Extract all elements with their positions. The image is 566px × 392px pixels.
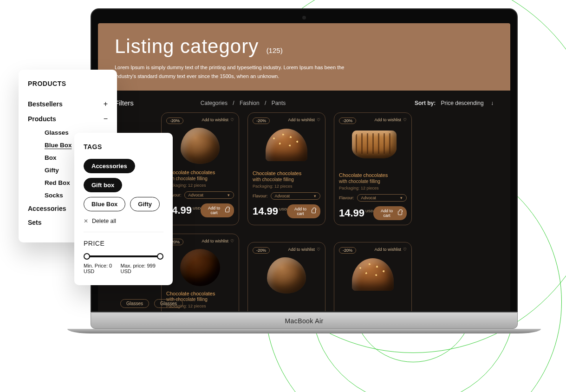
sort-arrow-icon: ↓ bbox=[491, 100, 494, 106]
cart-icon bbox=[225, 209, 229, 212]
add-to-wishlist[interactable]: Add to wishlist♡ bbox=[288, 247, 320, 252]
price-max-label: Max. price: 999 USD bbox=[121, 263, 163, 274]
product-price: 14.99USD bbox=[253, 205, 287, 217]
product-price: 14.99USD bbox=[339, 207, 373, 219]
delete-all-filters[interactable]: ✕Delete all bbox=[120, 311, 146, 311]
price-min-label: Min. Price: 0 USD bbox=[84, 263, 121, 274]
product-image bbox=[267, 257, 306, 294]
category-products[interactable]: Products − bbox=[28, 111, 108, 126]
product-subtitle: with chocolate filling bbox=[253, 177, 320, 182]
plus-icon[interactable]: + bbox=[104, 100, 108, 108]
product-card[interactable]: -20% Add to wishlist♡ bbox=[334, 242, 412, 311]
product-title: Chocolate chocolates bbox=[166, 170, 234, 176]
panel-heading: PRODUCTS bbox=[28, 80, 108, 87]
minus-icon[interactable]: − bbox=[104, 115, 108, 123]
price-heading: PRICE bbox=[84, 240, 163, 247]
product-packaging: Packaging: 12 pieces bbox=[253, 184, 320, 189]
product-image bbox=[181, 128, 220, 164]
flavour-select[interactable]: Advocat▾ bbox=[184, 191, 234, 199]
filters-button[interactable]: Filters bbox=[115, 99, 134, 107]
add-to-wishlist[interactable]: Add to wishlist♡ bbox=[202, 239, 234, 243]
tag-gift-box[interactable]: Gift box bbox=[84, 178, 122, 192]
add-to-cart-button[interactable]: Add to cart bbox=[287, 204, 320, 218]
tag-blue-box[interactable]: Blue Box bbox=[84, 197, 125, 211]
cart-icon bbox=[398, 211, 402, 215]
filter-chip[interactable]: Glasses bbox=[120, 299, 149, 308]
heart-icon: ♡ bbox=[403, 247, 407, 252]
add-to-wishlist[interactable]: Add to wishlist♡ bbox=[374, 247, 407, 252]
heart-icon: ♡ bbox=[403, 118, 407, 122]
add-to-wishlist[interactable]: Add to wishlist♡ bbox=[374, 118, 407, 122]
product-packaging: Packaging: 12 pieces bbox=[166, 183, 234, 188]
close-icon: ✕ bbox=[84, 218, 88, 224]
add-to-cart-button[interactable]: Add to cart bbox=[373, 206, 407, 220]
discount-badge: -20% bbox=[339, 118, 356, 124]
product-card[interactable]: -20% Add to wishlist♡ Chocolate chocolat… bbox=[334, 112, 412, 225]
flavour-select[interactable]: Advocat▾ bbox=[271, 192, 320, 200]
sort-value: Price descending bbox=[441, 100, 484, 106]
discount-badge: -20% bbox=[253, 247, 270, 254]
add-to-cart-button[interactable]: Add to cart bbox=[201, 203, 234, 217]
price-slider[interactable] bbox=[85, 255, 163, 257]
results-count: (125) bbox=[267, 46, 283, 54]
product-card[interactable]: -20% Add to wishlist♡ bbox=[247, 242, 325, 311]
heart-icon: ♡ bbox=[230, 118, 234, 122]
category-bestsellers[interactable]: Bestsellers + bbox=[28, 97, 108, 111]
camera-icon bbox=[302, 16, 306, 20]
breadcrumb[interactable]: Categories / Fashion / Pants bbox=[199, 100, 287, 106]
product-title: Chocolate chocolates bbox=[339, 172, 407, 178]
add-to-wishlist[interactable]: Add to wishlist♡ bbox=[202, 118, 234, 122]
product-image bbox=[180, 249, 220, 286]
sort-label: Sort by: bbox=[415, 100, 436, 106]
chevron-down-icon: ▾ bbox=[314, 194, 316, 198]
product-image bbox=[352, 131, 397, 158]
heart-icon: ♡ bbox=[230, 239, 234, 243]
page-title: Listing category bbox=[115, 35, 259, 57]
page-description: Lorem Ipsum is simply dummy text of the … bbox=[115, 63, 356, 80]
laptop-base: MacBook Air bbox=[91, 312, 518, 329]
sort-control[interactable]: Sort by: Price descending ↓ bbox=[415, 100, 494, 106]
discount-badge: -20% bbox=[253, 118, 270, 124]
laptop-foot bbox=[67, 329, 541, 333]
breadcrumb-item[interactable]: Pants bbox=[272, 100, 286, 106]
flavour-select[interactable]: Advocat▾ bbox=[357, 194, 407, 202]
heart-icon: ♡ bbox=[317, 247, 320, 252]
breadcrumb-sep: / bbox=[265, 100, 266, 106]
close-icon: ✕ bbox=[120, 311, 124, 311]
tag-gifty[interactable]: Gifty bbox=[130, 197, 160, 211]
product-packaging: Packaging: 12 pieces bbox=[339, 186, 407, 190]
panel-heading: TAGS bbox=[84, 143, 163, 150]
breadcrumb-item[interactable]: Fashion bbox=[240, 100, 260, 106]
product-title: Chocolate chocolates bbox=[253, 170, 320, 176]
discount-badge: -20% bbox=[166, 118, 183, 124]
divider bbox=[84, 232, 163, 232]
product-card[interactable]: -20% Add to wishlist♡ Chocolate chocolat… bbox=[247, 112, 325, 225]
delete-all-tags[interactable]: ✕ Delete all bbox=[84, 218, 163, 224]
discount-badge: -20% bbox=[339, 247, 356, 254]
tags-panel: TAGS Accessories Gift box Blue Box Gifty… bbox=[74, 133, 173, 285]
chevron-down-icon: ▾ bbox=[400, 196, 403, 200]
product-image bbox=[266, 129, 307, 161]
cart-icon bbox=[312, 209, 316, 213]
chevron-down-icon: ▾ bbox=[228, 193, 230, 197]
product-subtitle: with chocolate filling bbox=[339, 179, 407, 184]
page-header: Listing category (125) Lorem Ipsum is si… bbox=[98, 23, 510, 91]
filter-chip[interactable]: Glasses bbox=[154, 299, 183, 308]
product-image bbox=[352, 258, 394, 291]
breadcrumb-item[interactable]: Categories bbox=[201, 100, 228, 106]
slider-max-handle[interactable] bbox=[157, 253, 163, 260]
breadcrumb-sep: / bbox=[233, 100, 234, 106]
tag-accessories[interactable]: Accessories bbox=[84, 159, 135, 173]
product-subtitle: with chocolate filling bbox=[166, 176, 234, 181]
add-to-wishlist[interactable]: Add to wishlist♡ bbox=[288, 118, 320, 122]
product-card[interactable]: -20% Add to wishlist♡ Chocolate chocolat… bbox=[161, 112, 239, 225]
slider-min-handle[interactable] bbox=[84, 253, 90, 260]
heart-icon: ♡ bbox=[317, 118, 320, 122]
